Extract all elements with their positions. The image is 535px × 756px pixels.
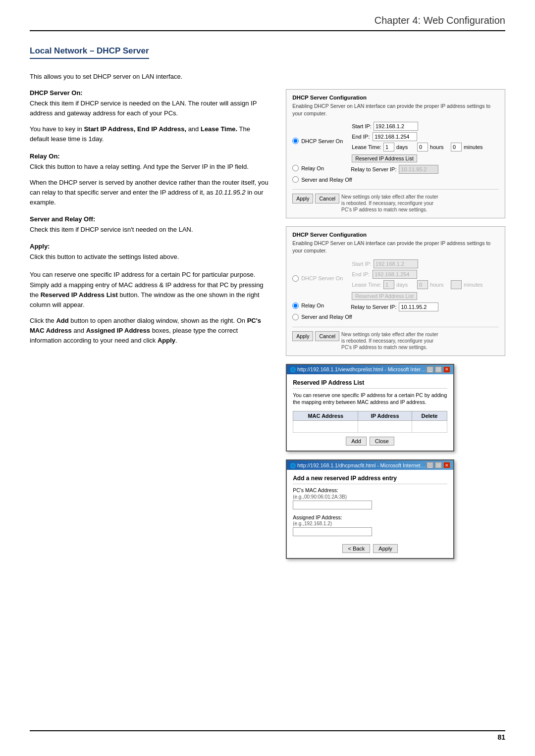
dhcp-on-radio-label-2[interactable]: DHCP Server On (292, 275, 347, 282)
lease-mins-input[interactable] (451, 143, 462, 151)
apply-button-1[interactable]: Apply (292, 194, 313, 203)
relay-on-radio-label-2[interactable]: Relay On (292, 302, 347, 309)
relay-on-body2: When the DHCP server is served by anothe… (30, 178, 271, 207)
popup-reserved-content: Reserved IP Address List You can reserve… (287, 374, 453, 451)
cancel-button-1[interactable]: Cancel (315, 194, 339, 203)
action-row-2: Apply Cancel New settings only take effe… (292, 331, 499, 351)
mac-field-group: PC's MAC Address: (e.g.,00:90:06:01:2A:3… (293, 487, 447, 509)
reserved-ip-btn[interactable]: Reserved IP Address List (352, 154, 417, 162)
relay-on-radio[interactable] (292, 165, 299, 171)
end-ip-row-2: End IP: (352, 270, 482, 279)
config-box-1-subtitle: Enabling DHCP Server on LAN interface ca… (292, 102, 499, 117)
config-row-off-2: Server and Relay Off (292, 314, 499, 323)
action-note-1: New settings only take effect after the … (341, 194, 440, 213)
popup-add-close-btn[interactable]: ✕ (443, 462, 450, 468)
cancel-button-2[interactable]: Cancel (315, 331, 339, 341)
config-box-1: DHCP Server Configuration Enabling DHCP … (286, 89, 505, 218)
assigned-ip-hint: (e.g.,192.168.1.2) (293, 521, 447, 526)
close-btn[interactable]: Close (370, 437, 394, 446)
popup-reserved: 🌐 http://192.168.1.1/viewdhcprelist.html… (286, 364, 454, 452)
end-ip-input[interactable] (373, 132, 417, 141)
lease-label-2: Lease Time: (352, 282, 381, 288)
popup-reserved-btn-row: Add Close (293, 437, 447, 446)
server-relay-off-radio-text: Server and Relay Off (301, 177, 352, 183)
server-relay-off-title: Server and Relay Off: (30, 215, 271, 223)
popup-reserved-title: http://192.168.1.1/viewdhcprelist.html -… (297, 366, 427, 372)
lease-time-row: Lease Time: days hours minutes (352, 143, 482, 151)
lease-label: Lease Time: (352, 144, 381, 150)
add-button-para: Click the Add button to open another dia… (30, 316, 271, 346)
relay-on-body1: Click this button to have a relay settin… (30, 162, 271, 172)
apply-section: Apply: Click this button to activate the… (30, 243, 271, 262)
popup-reserved-desc: You can reserve one specific IP address … (293, 392, 447, 406)
lease-days-input-2[interactable] (383, 280, 394, 289)
popup-controls: _ □ ✕ (427, 366, 450, 373)
lease-days-input[interactable] (383, 143, 394, 151)
dhcp-on-radio-label[interactable]: DHCP Server On (292, 138, 347, 144)
popup-add-controls: _ □ ✕ (427, 462, 450, 468)
popup-reserved-section-title: Reserved IP Address List (293, 379, 447, 389)
add-btn[interactable]: Add (346, 437, 367, 446)
dhcp-on-label-2: DHCP Server On (301, 275, 343, 281)
dhcp-on-radio-2[interactable] (292, 275, 299, 282)
start-ip-input[interactable] (374, 122, 418, 131)
end-ip-row: End IP: (352, 132, 482, 141)
dhcp-server-on-note: You have to key in Start IP Address, End… (30, 124, 271, 144)
apply-button-2[interactable]: Apply (292, 331, 313, 341)
start-ip-row-2: Start IP: (352, 259, 482, 268)
popup-add-minimize-btn[interactable]: _ (427, 462, 433, 468)
server-relay-off-body: Check this item if DHCP service isn't ne… (30, 225, 271, 235)
col-mac: MAC Address (293, 411, 358, 421)
action-row-1: Apply Cancel New settings only take effe… (292, 194, 499, 213)
end-ip-label-2: End IP: (352, 271, 371, 277)
server-relay-off-radio-2[interactable] (292, 314, 299, 320)
close-popup-btn[interactable]: ✕ (443, 366, 450, 373)
dhcp-on-radio[interactable] (292, 138, 299, 144)
config-box-2-subtitle: Enabling DHCP Server on LAN interface ca… (292, 240, 499, 254)
apply-btn[interactable]: Apply (373, 544, 398, 553)
lease-hours-input[interactable] (417, 143, 428, 151)
mins-label-2: minutes (464, 282, 483, 288)
assigned-ip-input[interactable] (293, 527, 372, 536)
dhcp-server-on-section: DHCP Server On: Check this item if DHCP … (30, 89, 271, 145)
relay-on-radio-label[interactable]: Relay On (292, 165, 347, 171)
end-ip-input-2[interactable] (373, 270, 417, 279)
back-btn[interactable]: < Back (342, 544, 370, 553)
section-title: Local Network – DHCP Server (30, 46, 149, 59)
bottom-border (30, 730, 505, 731)
chapter-header: Chapter 4: Web Configuration (30, 15, 505, 31)
dhcp-server-on-body: Check this item if DHCP service is neede… (30, 99, 271, 118)
server-relay-off-radio[interactable] (292, 176, 299, 183)
config-row-relay: Relay On Relay to Server IP: (292, 165, 499, 174)
start-ip-input-2[interactable] (374, 259, 418, 268)
relay-on-section: Relay On: Click this button to have a re… (30, 152, 271, 208)
server-relay-off-radio-label[interactable]: Server and Relay Off (292, 176, 352, 183)
right-column: DHCP Server Configuration Enabling DHCP … (286, 89, 505, 559)
apply-title: Apply: (30, 243, 271, 250)
server-relay-off-radio-text-2: Server and Relay Off (301, 314, 352, 320)
config-box-2: DHCP Server Configuration Enabling DHCP … (286, 226, 505, 355)
lease-hours-input-2[interactable] (417, 280, 428, 289)
popup-add-maximize-btn[interactable]: □ (435, 462, 442, 468)
relay-on-radio-2[interactable] (292, 302, 299, 309)
action-note-2: New settings only take effect after the … (341, 331, 440, 351)
popup-add-title-text: 🌐 http://192.168.1.1/dhcpmacfit.html - M… (290, 462, 427, 468)
minimize-btn[interactable]: _ (427, 366, 433, 373)
relay-ip-input-1[interactable] (399, 165, 438, 174)
relay-to-label-2: Relay to Server IP: (351, 304, 396, 310)
lease-mins-input-2[interactable] (451, 280, 462, 289)
relay-on-radio-text-2: Relay On (301, 302, 324, 308)
mac-address-input[interactable] (293, 501, 372, 509)
config-row-off: Server and Relay Off (292, 176, 499, 185)
page-number: 81 (497, 733, 505, 741)
maximize-btn[interactable]: □ (435, 366, 442, 373)
intro-text: This allows you to set DHCP server on LA… (30, 73, 505, 80)
popup-add-title: http://192.168.1.1/dhcpmacfit.html - Mic… (297, 462, 427, 468)
config-row-dhcp-on: DHCP Server On Start IP: End IP: Lease T… (292, 122, 499, 162)
days-label-2: days (396, 282, 415, 288)
server-relay-off-radio-label-2[interactable]: Server and Relay Off (292, 314, 352, 320)
popup-add-section-title: Add a new reserved IP address entry (293, 475, 447, 484)
relay-ip-input-2[interactable] (399, 302, 438, 311)
popup-add-titlebar: 🌐 http://192.168.1.1/dhcpmacfit.html - M… (287, 460, 453, 470)
reserved-ip-btn-2[interactable]: Reserved IP Address List (352, 292, 417, 300)
